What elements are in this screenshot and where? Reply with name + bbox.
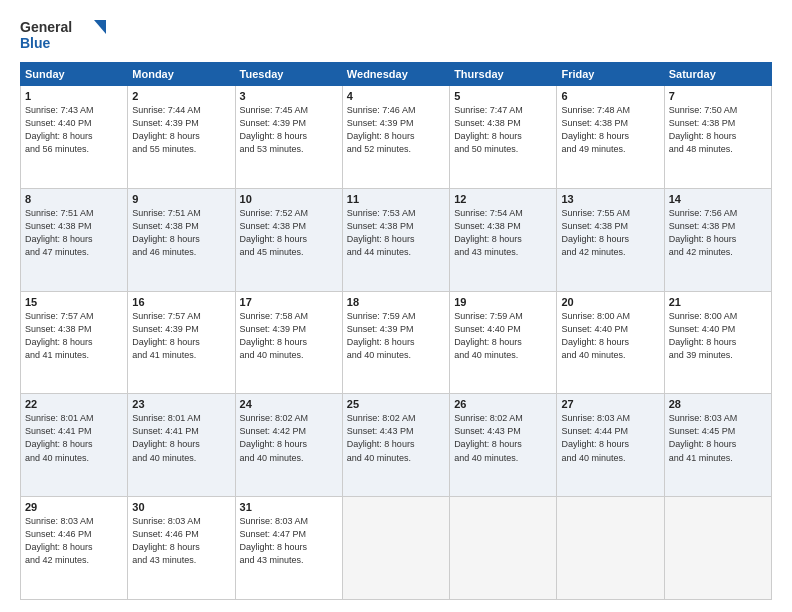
svg-text:General: General xyxy=(20,19,72,35)
day-number: 21 xyxy=(669,296,767,308)
day-number: 10 xyxy=(240,193,338,205)
day-info: Sunrise: 8:02 AMSunset: 4:42 PMDaylight:… xyxy=(240,412,338,464)
day-cell-16: 16Sunrise: 7:57 AMSunset: 4:39 PMDayligh… xyxy=(128,291,235,394)
day-cell-17: 17Sunrise: 7:58 AMSunset: 4:39 PMDayligh… xyxy=(235,291,342,394)
day-cell-2: 2Sunrise: 7:44 AMSunset: 4:39 PMDaylight… xyxy=(128,86,235,189)
day-cell-8: 8Sunrise: 7:51 AMSunset: 4:38 PMDaylight… xyxy=(21,188,128,291)
day-cell-5: 5Sunrise: 7:47 AMSunset: 4:38 PMDaylight… xyxy=(450,86,557,189)
day-info: Sunrise: 8:03 AMSunset: 4:46 PMDaylight:… xyxy=(132,515,230,567)
day-info: Sunrise: 7:56 AMSunset: 4:38 PMDaylight:… xyxy=(669,207,767,259)
day-number: 30 xyxy=(132,501,230,513)
day-cell-4: 4Sunrise: 7:46 AMSunset: 4:39 PMDaylight… xyxy=(342,86,449,189)
day-info: Sunrise: 8:01 AMSunset: 4:41 PMDaylight:… xyxy=(132,412,230,464)
day-cell-26: 26Sunrise: 8:02 AMSunset: 4:43 PMDayligh… xyxy=(450,394,557,497)
weekday-header-friday: Friday xyxy=(557,63,664,86)
day-cell-23: 23Sunrise: 8:01 AMSunset: 4:41 PMDayligh… xyxy=(128,394,235,497)
day-number: 13 xyxy=(561,193,659,205)
day-number: 26 xyxy=(454,398,552,410)
logo: General Blue xyxy=(20,16,110,52)
day-info: Sunrise: 7:50 AMSunset: 4:38 PMDaylight:… xyxy=(669,104,767,156)
day-number: 8 xyxy=(25,193,123,205)
day-number: 6 xyxy=(561,90,659,102)
weekday-header-monday: Monday xyxy=(128,63,235,86)
calendar-table: SundayMondayTuesdayWednesdayThursdayFrid… xyxy=(20,62,772,600)
empty-cell xyxy=(557,497,664,600)
day-cell-18: 18Sunrise: 7:59 AMSunset: 4:39 PMDayligh… xyxy=(342,291,449,394)
day-info: Sunrise: 8:02 AMSunset: 4:43 PMDaylight:… xyxy=(347,412,445,464)
week-row-5: 29Sunrise: 8:03 AMSunset: 4:46 PMDayligh… xyxy=(21,497,772,600)
day-number: 16 xyxy=(132,296,230,308)
day-info: Sunrise: 7:44 AMSunset: 4:39 PMDaylight:… xyxy=(132,104,230,156)
day-number: 3 xyxy=(240,90,338,102)
day-cell-6: 6Sunrise: 7:48 AMSunset: 4:38 PMDaylight… xyxy=(557,86,664,189)
weekday-header-row: SundayMondayTuesdayWednesdayThursdayFrid… xyxy=(21,63,772,86)
week-row-1: 1Sunrise: 7:43 AMSunset: 4:40 PMDaylight… xyxy=(21,86,772,189)
day-number: 15 xyxy=(25,296,123,308)
day-cell-11: 11Sunrise: 7:53 AMSunset: 4:38 PMDayligh… xyxy=(342,188,449,291)
day-cell-27: 27Sunrise: 8:03 AMSunset: 4:44 PMDayligh… xyxy=(557,394,664,497)
day-cell-1: 1Sunrise: 7:43 AMSunset: 4:40 PMDaylight… xyxy=(21,86,128,189)
day-number: 4 xyxy=(347,90,445,102)
page-header: General Blue xyxy=(20,16,772,52)
day-info: Sunrise: 8:03 AMSunset: 4:46 PMDaylight:… xyxy=(25,515,123,567)
day-number: 23 xyxy=(132,398,230,410)
day-info: Sunrise: 7:52 AMSunset: 4:38 PMDaylight:… xyxy=(240,207,338,259)
week-row-3: 15Sunrise: 7:57 AMSunset: 4:38 PMDayligh… xyxy=(21,291,772,394)
day-number: 2 xyxy=(132,90,230,102)
day-cell-13: 13Sunrise: 7:55 AMSunset: 4:38 PMDayligh… xyxy=(557,188,664,291)
day-cell-22: 22Sunrise: 8:01 AMSunset: 4:41 PMDayligh… xyxy=(21,394,128,497)
week-row-4: 22Sunrise: 8:01 AMSunset: 4:41 PMDayligh… xyxy=(21,394,772,497)
day-number: 22 xyxy=(25,398,123,410)
day-number: 20 xyxy=(561,296,659,308)
day-info: Sunrise: 7:47 AMSunset: 4:38 PMDaylight:… xyxy=(454,104,552,156)
day-cell-12: 12Sunrise: 7:54 AMSunset: 4:38 PMDayligh… xyxy=(450,188,557,291)
day-number: 29 xyxy=(25,501,123,513)
day-info: Sunrise: 8:01 AMSunset: 4:41 PMDaylight:… xyxy=(25,412,123,464)
day-number: 7 xyxy=(669,90,767,102)
weekday-header-sunday: Sunday xyxy=(21,63,128,86)
day-info: Sunrise: 8:03 AMSunset: 4:47 PMDaylight:… xyxy=(240,515,338,567)
svg-marker-2 xyxy=(94,20,106,34)
day-info: Sunrise: 8:00 AMSunset: 4:40 PMDaylight:… xyxy=(561,310,659,362)
day-info: Sunrise: 8:02 AMSunset: 4:43 PMDaylight:… xyxy=(454,412,552,464)
day-cell-30: 30Sunrise: 8:03 AMSunset: 4:46 PMDayligh… xyxy=(128,497,235,600)
day-cell-31: 31Sunrise: 8:03 AMSunset: 4:47 PMDayligh… xyxy=(235,497,342,600)
svg-text:Blue: Blue xyxy=(20,35,51,51)
day-cell-24: 24Sunrise: 8:02 AMSunset: 4:42 PMDayligh… xyxy=(235,394,342,497)
day-cell-20: 20Sunrise: 8:00 AMSunset: 4:40 PMDayligh… xyxy=(557,291,664,394)
day-info: Sunrise: 7:48 AMSunset: 4:38 PMDaylight:… xyxy=(561,104,659,156)
day-info: Sunrise: 7:54 AMSunset: 4:38 PMDaylight:… xyxy=(454,207,552,259)
empty-cell xyxy=(664,497,771,600)
day-cell-25: 25Sunrise: 8:02 AMSunset: 4:43 PMDayligh… xyxy=(342,394,449,497)
day-cell-28: 28Sunrise: 8:03 AMSunset: 4:45 PMDayligh… xyxy=(664,394,771,497)
day-info: Sunrise: 8:03 AMSunset: 4:45 PMDaylight:… xyxy=(669,412,767,464)
day-number: 9 xyxy=(132,193,230,205)
day-number: 19 xyxy=(454,296,552,308)
day-info: Sunrise: 7:51 AMSunset: 4:38 PMDaylight:… xyxy=(25,207,123,259)
day-cell-29: 29Sunrise: 8:03 AMSunset: 4:46 PMDayligh… xyxy=(21,497,128,600)
day-number: 25 xyxy=(347,398,445,410)
day-number: 5 xyxy=(454,90,552,102)
day-cell-3: 3Sunrise: 7:45 AMSunset: 4:39 PMDaylight… xyxy=(235,86,342,189)
day-info: Sunrise: 7:58 AMSunset: 4:39 PMDaylight:… xyxy=(240,310,338,362)
day-cell-9: 9Sunrise: 7:51 AMSunset: 4:38 PMDaylight… xyxy=(128,188,235,291)
day-info: Sunrise: 7:53 AMSunset: 4:38 PMDaylight:… xyxy=(347,207,445,259)
day-info: Sunrise: 7:45 AMSunset: 4:39 PMDaylight:… xyxy=(240,104,338,156)
day-number: 24 xyxy=(240,398,338,410)
weekday-header-tuesday: Tuesday xyxy=(235,63,342,86)
day-number: 11 xyxy=(347,193,445,205)
day-number: 17 xyxy=(240,296,338,308)
day-number: 18 xyxy=(347,296,445,308)
day-cell-15: 15Sunrise: 7:57 AMSunset: 4:38 PMDayligh… xyxy=(21,291,128,394)
day-cell-14: 14Sunrise: 7:56 AMSunset: 4:38 PMDayligh… xyxy=(664,188,771,291)
day-cell-21: 21Sunrise: 8:00 AMSunset: 4:40 PMDayligh… xyxy=(664,291,771,394)
day-info: Sunrise: 7:57 AMSunset: 4:39 PMDaylight:… xyxy=(132,310,230,362)
day-info: Sunrise: 7:55 AMSunset: 4:38 PMDaylight:… xyxy=(561,207,659,259)
day-number: 27 xyxy=(561,398,659,410)
day-info: Sunrise: 7:59 AMSunset: 4:39 PMDaylight:… xyxy=(347,310,445,362)
weekday-header-wednesday: Wednesday xyxy=(342,63,449,86)
logo-svg: General Blue xyxy=(20,16,110,52)
empty-cell xyxy=(342,497,449,600)
day-info: Sunrise: 7:51 AMSunset: 4:38 PMDaylight:… xyxy=(132,207,230,259)
day-info: Sunrise: 7:57 AMSunset: 4:38 PMDaylight:… xyxy=(25,310,123,362)
